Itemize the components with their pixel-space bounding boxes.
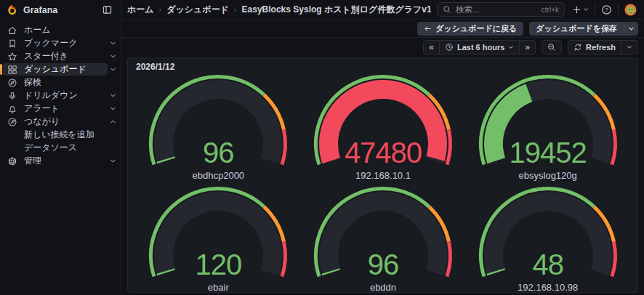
gauge-value: 96: [136, 138, 301, 167]
gauge-panel: 2026/1/12 96 ebdhcp2000 47480 192.168.10…: [127, 57, 638, 293]
search-input[interactable]: 検索... ctrl+k: [437, 2, 565, 17]
refresh-group: Refresh: [568, 40, 638, 54]
gauge-value: 120: [136, 250, 301, 279]
refresh-icon: [573, 43, 582, 52]
sidebar-item-connections[interactable]: つながり: [3, 116, 118, 128]
gauge-value: 96: [301, 250, 466, 279]
gauge-value: 19452: [465, 138, 630, 167]
save-dashboard-button[interactable]: ダッシュボードを保存: [529, 22, 624, 36]
dashboard-grid-icon: [7, 65, 17, 75]
top-navbar: ホーム › ダッシュボード › EasyBlocks Syslog ホスト別ログ…: [121, 0, 644, 20]
chevron-down-icon: [627, 44, 632, 50]
chevron-down-icon: [108, 40, 118, 47]
time-shift-forward-button[interactable]: »: [519, 41, 535, 54]
sidebar-item-home[interactable]: ホーム: [3, 24, 118, 36]
bell-icon: [7, 104, 17, 114]
gauge-192-168-10-98: 48 192.168.10.98: [465, 185, 630, 293]
gauge-ebsyslog120g: 19452 ebsyslog120g: [465, 73, 630, 182]
time-range-picker[interactable]: Last 6 hours: [439, 41, 519, 54]
gauge-192-168-10-1: 47480 192.168.10.1: [301, 73, 466, 182]
chevron-down-icon: [108, 105, 118, 112]
grafana-logo-icon: [7, 4, 17, 15]
sidebar: Grafana ホーム ブックマーク スター付き ダッシュボード 探検: [0, 0, 121, 295]
svg-text:?: ?: [605, 7, 608, 13]
chevron-down-icon: [508, 44, 514, 50]
chevron-down-icon: [108, 158, 118, 164]
search-placeholder: 検索...: [456, 4, 537, 15]
zoom-out-icon: [547, 43, 556, 52]
bookmark-icon: [7, 39, 17, 49]
gauge-label: ebddn: [301, 282, 466, 293]
breadcrumb-separator: ›: [159, 5, 162, 14]
gauge-ebddn: 96 ebddn: [301, 185, 466, 293]
sidebar-header: Grafana: [0, 0, 121, 20]
sidebar-item-data-sources[interactable]: データソース: [3, 142, 118, 154]
chevron-down-icon: [108, 66, 118, 73]
home-icon: [7, 25, 17, 36]
breadcrumb-separator: ›: [234, 5, 237, 14]
help-button[interactable]: ?: [600, 3, 613, 17]
gauge-value: 47480: [301, 138, 466, 167]
breadcrumb-dashboards[interactable]: ダッシュボード: [166, 4, 229, 16]
sidebar-item-administration[interactable]: 管理: [3, 155, 118, 167]
sidebar-nav: ホーム ブックマーク スター付き ダッシュボード 探検 ドリルダウン: [0, 20, 121, 167]
gauge-label: 192.168.10.1: [301, 170, 466, 181]
grafana-app: Grafana ホーム ブックマーク スター付き ダッシュボード 探検: [0, 0, 644, 295]
chevron-down-icon: [108, 92, 118, 99]
sidebar-item-add-connection[interactable]: 新しい接続を追加: [3, 129, 118, 141]
sidebar-item-alerting[interactable]: アラート: [3, 102, 118, 115]
gauge-label: ebdhcp2000: [136, 170, 301, 181]
sidebar-toggle-button[interactable]: [101, 4, 113, 16]
search-shortcut-hint: ctrl+k: [542, 6, 559, 14]
compass-icon: [7, 78, 17, 88]
sidebar-item-drilldown[interactable]: ドリルダウン: [3, 89, 118, 102]
gauge-label: 192.168.10.98: [465, 282, 630, 293]
sidebar-item-dashboards[interactable]: ダッシュボード: [3, 63, 118, 76]
plug-icon: [7, 117, 17, 127]
drilldown-icon: [7, 91, 17, 101]
gauge-grid: 96 ebdhcp2000 47480 192.168.10.1 19452 e…: [136, 73, 630, 293]
divider: [595, 4, 595, 15]
main-area: ホーム › ダッシュボード › EasyBlocks Syslog ホスト別ログ…: [121, 0, 644, 295]
breadcrumb: ホーム › ダッシュボード › EasyBlocks Syslog ホスト別ログ…: [127, 4, 431, 16]
chevron-down-icon: [628, 25, 635, 32]
clock-icon: [445, 43, 454, 52]
gauge-label: ebsyslog120g: [465, 170, 630, 181]
back-to-dashboard-button[interactable]: ダッシュボードに戻る: [417, 22, 523, 36]
gauge-value: 48: [465, 250, 630, 279]
chevron-up-icon: [108, 118, 118, 125]
gear-icon: [7, 156, 17, 166]
time-zoom-out-button[interactable]: [542, 41, 561, 54]
add-new-button[interactable]: [571, 4, 590, 16]
dashboard-toolbar: ダッシュボードに戻る ダッシュボードを保存: [121, 20, 644, 38]
time-picker-group: « Last 6 hours »: [423, 40, 536, 54]
time-shift-back-button[interactable]: «: [424, 41, 439, 54]
star-icon: [7, 52, 17, 62]
search-icon: [443, 5, 451, 14]
brand-name: Grafana: [23, 5, 95, 15]
zoom-out-group: [542, 40, 562, 54]
user-avatar[interactable]: [623, 2, 638, 17]
arrow-left-icon: [424, 25, 432, 33]
chevron-down-icon: [583, 7, 589, 12]
time-controls: « Last 6 hours » Refres: [127, 40, 638, 54]
sidebar-item-explore[interactable]: 探検: [3, 76, 118, 89]
divider: [618, 4, 619, 15]
gauge-ebdhcp2000: 96 ebdhcp2000: [136, 73, 301, 182]
dashboard-canvas: « Last 6 hours » Refres: [121, 38, 644, 295]
save-dashboard-split-button: ダッシュボードを保存: [529, 22, 638, 36]
sidebar-item-bookmarks[interactable]: ブックマーク: [3, 37, 118, 49]
top-actions: ?: [571, 2, 638, 17]
gauge-ebair: 120 ebair: [136, 185, 301, 293]
chevron-down-icon: [108, 53, 118, 60]
breadcrumb-dashboard-title[interactable]: EasyBlocks Syslog ホスト別ログ件数グラフv1: [242, 4, 431, 16]
refresh-interval-button[interactable]: [621, 41, 637, 54]
sidebar-item-starred[interactable]: スター付き: [3, 50, 118, 62]
refresh-button[interactable]: Refresh: [568, 41, 621, 54]
save-dashboard-menu-button[interactable]: [624, 22, 638, 36]
panel-title[interactable]: 2026/1/12: [136, 62, 630, 73]
gauge-label: ebair: [136, 282, 301, 293]
breadcrumb-home[interactable]: ホーム: [127, 4, 154, 16]
